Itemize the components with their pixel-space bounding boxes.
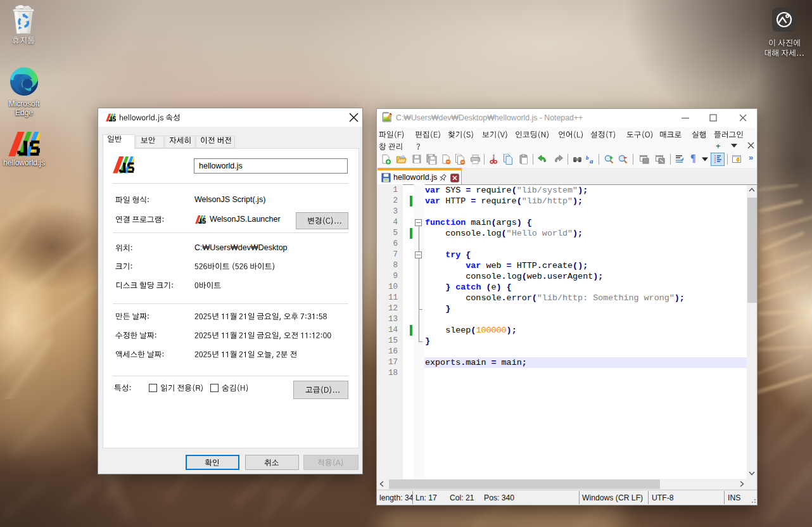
svg-text:b: b — [586, 155, 589, 161]
svg-text:a: a — [590, 157, 593, 165]
